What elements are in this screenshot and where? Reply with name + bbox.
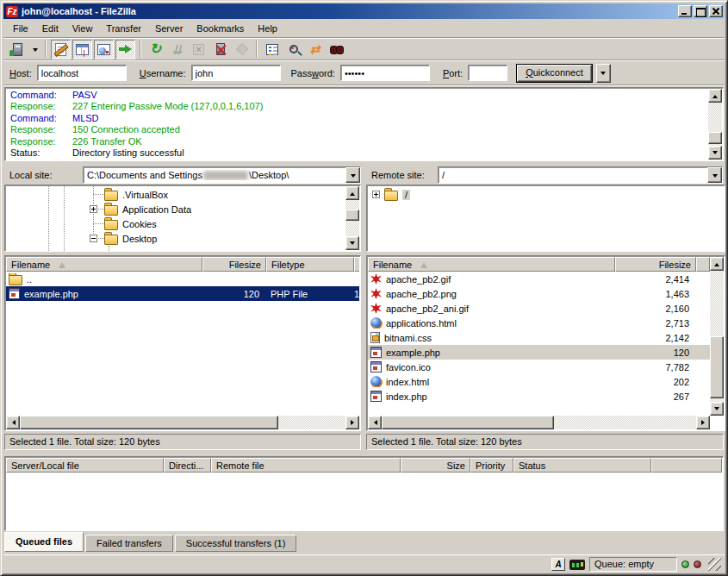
remote-list-hscrollbar[interactable] (368, 416, 710, 429)
file-row-example-php[interactable]: example.php 120 PHP File 1 (6, 286, 359, 301)
tab-queued-files[interactable]: Queued files (4, 532, 84, 552)
find-files-button[interactable] (327, 40, 346, 59)
speed-limit-icon[interactable] (569, 560, 585, 570)
remote-site-dropdown[interactable] (707, 167, 722, 183)
column-remote-file[interactable]: Remote file (211, 458, 401, 473)
scroll-thumb[interactable] (345, 210, 359, 221)
tree-item-root[interactable]: / (384, 187, 410, 202)
menu-file[interactable]: File (6, 22, 35, 35)
file-row[interactable]: index.html202 (368, 374, 710, 389)
scroll-right-button[interactable] (345, 416, 359, 429)
tree-item-cookies[interactable]: Cookies (104, 216, 157, 231)
scroll-up-button[interactable] (710, 257, 724, 271)
column-last-modified[interactable]: L (354, 257, 359, 272)
directory-comparison-button[interactable] (283, 40, 303, 59)
toggle-remote-tree-button[interactable] (94, 40, 114, 59)
file-row-example-php[interactable]: example.php120 (368, 345, 710, 360)
scroll-thumb[interactable] (710, 336, 724, 398)
column-size[interactable]: Size (401, 458, 470, 473)
file-row[interactable]: apache_pb2_ani.gif2,160 (368, 301, 710, 316)
column-filetype[interactable]: Filetype (266, 257, 354, 272)
site-manager-button[interactable] (8, 40, 28, 59)
scroll-track[interactable] (345, 200, 359, 236)
title-bar[interactable]: Fz john@localhost - FileZilla (3, 3, 725, 19)
column-status[interactable]: Status (513, 458, 651, 473)
tree-item-desktop[interactable]: Desktop (104, 231, 157, 246)
resize-grip[interactable] (708, 558, 721, 571)
binoculars-icon (330, 46, 344, 53)
expand-icon[interactable] (372, 191, 380, 198)
scroll-track[interactable] (708, 103, 722, 146)
scroll-down-button[interactable] (345, 236, 359, 250)
quickconnect-dropdown[interactable] (596, 64, 611, 83)
file-row[interactable]: bitnami.css2,142 (368, 330, 710, 345)
host-input[interactable] (37, 65, 127, 81)
scroll-up-button[interactable] (708, 89, 722, 103)
local-list-hscrollbar[interactable] (6, 416, 359, 429)
scroll-left-button[interactable] (368, 416, 382, 429)
column-priority[interactable]: Priority (470, 458, 513, 473)
column-filesize[interactable]: Filesize (615, 257, 696, 272)
column-direction[interactable]: Directi... (164, 458, 211, 473)
toggle-local-tree-button[interactable] (72, 40, 92, 59)
scroll-left-button[interactable] (6, 416, 20, 429)
scroll-up-button[interactable] (345, 186, 359, 200)
expand-icon[interactable] (90, 205, 97, 213)
data-type-indicator[interactable]: A (551, 558, 565, 571)
username-input[interactable] (191, 65, 281, 81)
file-row[interactable]: apache_pb2.png1,463 (368, 286, 710, 301)
scroll-thumb[interactable] (708, 132, 722, 144)
remote-list-vscrollbar[interactable] (710, 257, 724, 416)
menu-view[interactable]: View (65, 22, 100, 35)
process-queue-button[interactable] (167, 40, 187, 59)
column-filename[interactable]: Filename (368, 257, 615, 272)
refresh-button[interactable] (146, 40, 165, 59)
port-input[interactable] (468, 65, 507, 81)
filter-button[interactable] (262, 40, 282, 59)
disconnect-button[interactable] (210, 40, 230, 59)
scroll-track[interactable] (20, 416, 345, 429)
scroll-thumb[interactable] (382, 416, 554, 429)
scroll-track[interactable] (382, 416, 696, 429)
scroll-down-button[interactable] (710, 402, 724, 416)
scroll-down-button[interactable] (708, 146, 722, 160)
local-tree-scrollbar[interactable] (345, 186, 359, 250)
synchronized-browsing-button[interactable] (305, 40, 325, 59)
column-filename[interactable]: Filename (6, 257, 202, 272)
minimize-button[interactable] (678, 5, 692, 17)
file-row[interactable]: index.php267 (368, 389, 710, 404)
menu-edit[interactable]: Edit (35, 22, 65, 35)
tree-item-virtualbox[interactable]: .VirtualBox (104, 187, 168, 202)
tab-successful-transfers[interactable]: Successful transfers (1) (175, 535, 297, 552)
scroll-thumb[interactable] (20, 416, 278, 429)
column-filesize[interactable]: Filesize (202, 257, 266, 272)
collapse-icon[interactable] (90, 235, 97, 242)
toggle-message-log-button[interactable] (51, 40, 71, 59)
remote-site-combo[interactable]: / (438, 166, 723, 184)
local-site-dropdown[interactable] (345, 167, 360, 183)
menu-help[interactable]: Help (251, 22, 284, 35)
file-row[interactable]: apache_pb2.gif2,414 (368, 272, 710, 286)
tab-failed-transfers[interactable]: Failed transfers (85, 535, 173, 552)
file-row[interactable]: favicon.ico7,782 (368, 360, 710, 374)
menu-bookmarks[interactable]: Bookmarks (190, 22, 251, 35)
menu-server[interactable]: Server (148, 22, 190, 35)
cancel-operation-button[interactable] (189, 40, 208, 59)
local-site-combo[interactable]: C:\Documents and Settings\Desktop\ (83, 166, 361, 184)
file-row-parent-directory[interactable]: .. (6, 272, 359, 286)
close-button[interactable] (709, 5, 723, 17)
site-manager-dropdown[interactable] (29, 40, 40, 59)
file-row[interactable]: applications.html2,713 (368, 316, 710, 330)
local-file-list: Filename Filesize Filetype L .. example.… (4, 255, 361, 431)
scroll-track[interactable] (710, 271, 724, 402)
quickconnect-button[interactable]: Quickconnect (516, 64, 593, 83)
scroll-right-button[interactable] (696, 416, 710, 429)
maximize-button[interactable] (694, 5, 707, 17)
password-input[interactable] (340, 65, 430, 81)
log-scrollbar[interactable] (708, 89, 722, 160)
toggle-transfer-queue-button[interactable] (115, 40, 135, 59)
tree-item-application-data[interactable]: Application Data (104, 202, 191, 216)
menu-transfer[interactable]: Transfer (99, 22, 148, 35)
column-server-local-file[interactable]: Server/Local file (6, 458, 164, 473)
reconnect-button[interactable] (232, 40, 252, 59)
